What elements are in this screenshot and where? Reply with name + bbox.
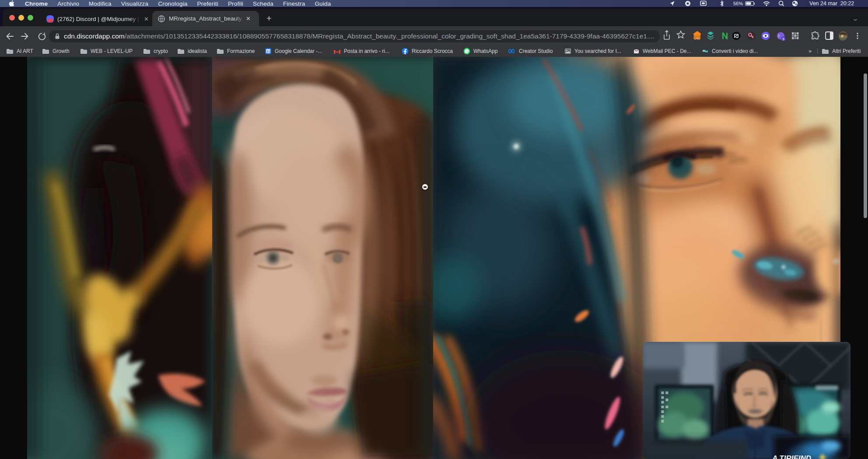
svg-text:5: 5 bbox=[782, 37, 784, 41]
svg-text:31: 31 bbox=[266, 49, 270, 53]
svg-text:56%: 56% bbox=[733, 1, 743, 6]
svg-text:A TIRIEIND: A TIRIEIND bbox=[772, 454, 811, 459]
